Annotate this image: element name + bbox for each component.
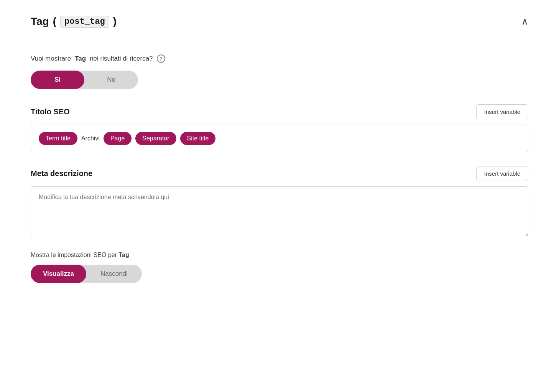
seo-title-header: Titolo SEO Insert variable xyxy=(31,104,528,119)
page-container: Tag ( post_tag ) ∧ Vuoi mostrare Tag nei… xyxy=(31,15,528,283)
seo-settings-prefix: Mostra le impostazioni SEO per xyxy=(31,252,117,258)
collapse-button[interactable]: ∧ xyxy=(521,16,528,27)
seo-title-tags-container: Term title Archivi Page Separator Site t… xyxy=(31,125,528,152)
search-toggle-yes[interactable]: Si xyxy=(31,71,84,89)
bottom-section: Mostra le impostazioni SEO per Tag Visua… xyxy=(31,252,528,283)
seo-title-insert-variable-button[interactable]: Insert variable xyxy=(476,104,528,119)
search-toggle-no[interactable]: No xyxy=(84,71,138,89)
visibility-toggle-show[interactable]: Visualizza xyxy=(31,265,86,283)
meta-description-section: Meta descrizione Insert variable xyxy=(31,166,528,238)
meta-description-header: Meta descrizione Insert variable xyxy=(31,166,528,181)
question-text-bold: Tag xyxy=(75,55,86,63)
tag-pill-separator[interactable]: Separator xyxy=(135,132,176,145)
seo-settings-bold: Tag xyxy=(118,252,129,258)
question-text-prefix: Vuoi mostrare xyxy=(31,55,71,63)
search-toggle[interactable]: Si No xyxy=(31,71,138,89)
meta-description-textarea[interactable] xyxy=(31,186,528,236)
section-title-paren-close: ) xyxy=(113,15,117,28)
tag-pill-site-title[interactable]: Site title xyxy=(180,132,216,145)
section-title: Tag ( post_tag ) xyxy=(31,15,117,28)
visibility-toggle[interactable]: Visualizza Nascondi xyxy=(31,265,142,283)
section-header: Tag ( post_tag ) ∧ xyxy=(31,15,528,39)
tag-pill-term-title[interactable]: Term title xyxy=(39,132,77,145)
visibility-toggle-hide[interactable]: Nascondi xyxy=(86,265,142,283)
section-title-text: Tag xyxy=(31,15,49,28)
seo-title-section: Titolo SEO Insert variable Term title Ar… xyxy=(31,104,528,152)
tag-text-archivi: Archivi xyxy=(81,135,100,142)
seo-title-label: Titolo SEO xyxy=(31,107,70,116)
seo-settings-label: Mostra le impostazioni SEO per Tag xyxy=(31,252,528,259)
question-text-suffix: nei risultati di ricerca? xyxy=(90,55,153,63)
section-title-paren-open: ( xyxy=(53,15,56,28)
meta-description-label: Meta descrizione xyxy=(31,169,92,178)
meta-description-insert-variable-button[interactable]: Insert variable xyxy=(476,166,528,181)
search-question-row: Vuoi mostrare Tag nei risultati di ricer… xyxy=(31,54,528,63)
tag-pill-page[interactable]: Page xyxy=(104,132,132,145)
help-icon[interactable]: ? xyxy=(157,54,165,63)
section-title-code: post_tag xyxy=(60,16,109,28)
